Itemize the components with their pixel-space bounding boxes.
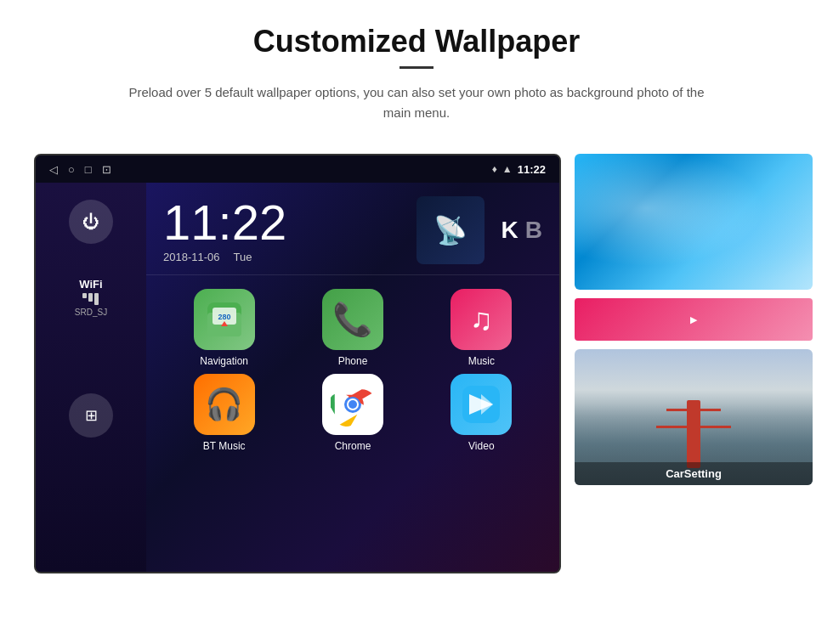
wifi-bars [75,293,107,305]
wifi-bar-1 [82,293,87,298]
clock-info: 11:22 2018-11-06 Tue [163,198,416,263]
home-icon: ○ [68,163,75,176]
video-app-label: Video [468,440,494,452]
bt-app-icon: 🎧 [194,374,255,435]
wallpaper-ice[interactable] [575,154,813,290]
music-app-icon: ♫ [450,289,512,350]
app-grid: 280 Navigation 📞 Phone [146,275,559,466]
title-divider [400,66,434,69]
screenshot-icon: ⊡ [102,163,111,176]
video-icon-svg [462,386,500,423]
device-mockup: ◁ ○ □ ⊡ ♦ ▲ 11:22 ⏻ WiFi [34,154,561,573]
power-button[interactable]: ⏻ [69,200,113,244]
app-chrome[interactable]: Chrome [292,374,413,452]
clock-date: 2018-11-06 Tue [163,251,416,263]
bt-icon-emoji: 🎧 [205,387,243,422]
page-subtitle: Preload over 5 default wallpaper options… [128,82,706,123]
apps-button[interactable]: ⊞ [69,393,113,438]
mini-device-preview: ▶ [575,298,813,341]
nav-icon-svg: 280 [206,301,243,338]
phone-app-icon: 📞 [322,289,383,350]
main-screen: 11:22 2018-11-06 Tue 📡 K B [146,183,559,572]
wifi-widget: WiFi SRD_SJ [75,278,107,317]
page-header: Customized Wallpaper Preload over 5 defa… [0,0,833,137]
video-app-icon [450,374,512,435]
app-btmusic[interactable]: 🎧 BT Music [163,374,285,452]
power-icon: ⏻ [82,212,99,232]
wallpaper-bridge[interactable]: CarSetting [575,349,813,485]
nav-app-icon: 280 [194,289,255,350]
chrome-icon-svg [331,382,375,427]
status-time: 11:22 [518,163,546,176]
nav-app-label: Navigation [200,355,248,367]
status-bar-right: ♦ ▲ 11:22 [492,163,546,176]
content-area: ◁ ○ □ ⊡ ♦ ▲ 11:22 ⏻ WiFi [0,137,833,582]
clock-time: 11:22 [163,198,416,247]
grid-icon: ⊞ [85,406,98,425]
page-title: Customized Wallpaper [51,24,782,59]
app-phone[interactable]: 📞 Phone [292,289,413,367]
wifi-status-icon: ▲ [502,163,513,175]
bt-app-label: BT Music [203,440,246,452]
wifi-bar-2 [88,293,93,302]
app-video[interactable]: Video [421,374,542,452]
back-icon: ◁ [49,163,58,176]
chrome-app-icon [322,374,383,435]
radio-icon: 📡 [434,214,468,246]
chrome-app-label: Chrome [335,440,371,452]
music-app-label: Music [468,355,495,367]
phone-app-label: Phone [338,355,368,367]
location-icon: ♦ [492,163,497,175]
status-bar-left: ◁ ○ □ ⊡ [49,163,111,176]
wifi-bar-3 [94,293,99,305]
app-navigation[interactable]: 280 Navigation [163,289,285,367]
radio-widget[interactable]: 📡 [416,196,484,264]
bridge-tower [687,400,700,468]
wallpaper-panel: ▶ CarSetting [575,154,813,485]
date-value: 2018-11-06 [163,251,220,263]
day-value: Tue [234,251,252,263]
svg-point-9 [348,400,357,409]
music-icon-emoji: ♫ [470,302,493,337]
ki-label: K [502,217,518,244]
b-label: B [525,217,542,244]
svg-text:280: 280 [218,313,230,321]
wifi-label: WiFi [75,278,107,291]
clock-area: 11:22 2018-11-06 Tue 📡 K B [146,183,559,275]
mini-device-label: ▶ [690,314,697,325]
wifi-ssid: SRD_SJ [75,308,107,317]
wallpaper-carsetting-label: CarSetting [575,462,813,485]
screen-body: ⏻ WiFi SRD_SJ ⊞ [36,183,559,572]
phone-icon-emoji: 📞 [332,301,372,338]
app-music[interactable]: ♫ Music [421,289,542,367]
sidebar: ⏻ WiFi SRD_SJ ⊞ [36,183,146,572]
status-bar: ◁ ○ □ ⊡ ♦ ▲ 11:22 [36,155,559,183]
recents-icon: □ [85,163,92,176]
